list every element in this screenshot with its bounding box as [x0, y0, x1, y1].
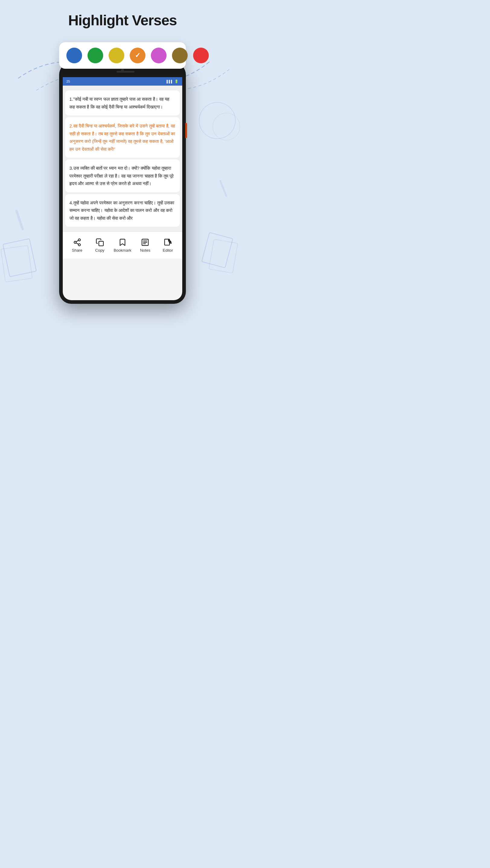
signal-icon: ▐▐▐: [166, 80, 172, 83]
svg-line-11: [76, 243, 79, 244]
phone-speaker: [116, 71, 135, 73]
bottom-toolbar: Share Copy Bookmark: [63, 231, 182, 258]
front-camera: [121, 69, 124, 72]
phone-mockup: 25 ▐▐▐ 🔋 1."कोई नबी या स्वप्न फल ज्ञाता …: [59, 42, 186, 304]
page-title: Highlight Verses: [0, 12, 245, 29]
svg-point-5: [213, 113, 240, 140]
scripture-content: 1."कोई नबी या स्वप्न फल ज्ञाता तुम्हारे …: [63, 86, 182, 231]
phone-screen: 25 ▐▐▐ 🔋 1."कोई नबी या स्वप्न फल ज्ञाता …: [63, 77, 182, 300]
color-picker-popup: [59, 42, 186, 69]
share-label: Share: [72, 248, 82, 253]
svg-rect-1: [1, 245, 32, 282]
editor-label: Editor: [163, 248, 173, 253]
notes-label: Notes: [140, 248, 150, 253]
editor-icon: [164, 238, 172, 247]
status-bar: 25 ▐▐▐ 🔋: [63, 77, 182, 86]
color-blue[interactable]: [66, 48, 82, 63]
color-green[interactable]: [87, 48, 103, 63]
status-time: 25: [66, 80, 70, 83]
color-orange[interactable]: [130, 48, 145, 63]
color-red[interactable]: [193, 48, 209, 63]
verse-3: 3.उस व्यक्ति की बातों पर ध्यान मत दो। क्…: [65, 159, 180, 192]
svg-rect-2: [202, 232, 233, 268]
svg-line-12: [76, 240, 79, 242]
color-brown[interactable]: [172, 48, 188, 63]
copy-label: Copy: [95, 248, 105, 253]
power-button: [185, 123, 187, 138]
share-button[interactable]: Share: [68, 238, 86, 253]
svg-rect-3: [209, 239, 238, 273]
verse-3-text: 3.उस व्यक्ति की बातों पर ध्यान मत दो। क्…: [69, 165, 174, 186]
bookmark-button[interactable]: Bookmark: [113, 238, 132, 253]
copy-button[interactable]: Copy: [91, 238, 109, 253]
copy-icon: [96, 238, 104, 247]
phone-frame: 25 ▐▐▐ 🔋 1."कोई नबी या स्वप्न फल ज्ञाता …: [59, 63, 186, 304]
editor-button[interactable]: Editor: [159, 238, 177, 253]
verse-4-text: 4.तुम्हें यहोवा अपने परमेश्वर का अनुसरण …: [69, 200, 174, 221]
verse-2-text: 2.वह दैवी चिन्ह या आश्चर्यकर्म, जिसके बा…: [69, 123, 175, 152]
notes-button[interactable]: Notes: [136, 238, 154, 253]
verse-2: 2.वह दैवी चिन्ह या आश्चर्यकर्म, जिसके बा…: [65, 117, 180, 158]
svg-rect-0: [3, 239, 36, 277]
svg-rect-13: [99, 241, 103, 246]
svg-point-4: [199, 102, 235, 138]
verse-1-text: 1."कोई नबी या स्वप्न फल ज्ञाता तुम्हारे …: [69, 96, 169, 110]
svg-line-7: [220, 181, 226, 196]
color-pink[interactable]: [151, 48, 167, 63]
share-icon: [73, 238, 82, 247]
battery-icon: 🔋: [174, 80, 179, 84]
bookmark-icon: [118, 238, 127, 247]
verse-1: 1."कोई नबी या स्वप्न फल ज्ञाता तुम्हारे …: [65, 90, 180, 116]
notes-icon: [141, 238, 149, 247]
verse-4: 4.तुम्हें यहोवा अपने परमेश्वर का अनुसरण …: [65, 194, 180, 227]
color-yellow[interactable]: [109, 48, 124, 63]
bookmark-label: Bookmark: [114, 248, 132, 253]
svg-line-6: [17, 211, 23, 229]
